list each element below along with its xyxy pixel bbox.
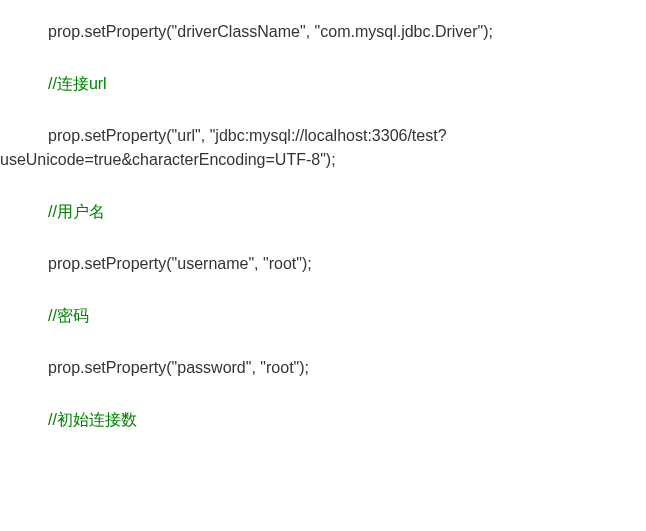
code-text: useUnicode=true&characterEncoding=UTF-8"…	[0, 148, 646, 172]
code-block: prop.setProperty("driverClassName", "com…	[0, 0, 646, 452]
comment-text: //连接url	[48, 75, 107, 92]
code-text: prop.setProperty("url", "jdbc:mysql://lo…	[0, 124, 646, 148]
comment-text: //用户名	[48, 203, 105, 220]
comment-line: //初始连接数	[0, 408, 646, 432]
code-line: prop.setProperty("url", "jdbc:mysql://lo…	[0, 124, 646, 172]
code-text: prop.setProperty("username", "root");	[48, 255, 312, 272]
comment-line: //用户名	[0, 200, 646, 224]
comment-line: //密码	[0, 304, 646, 328]
code-line: prop.setProperty("username", "root");	[0, 252, 646, 276]
comment-text: //初始连接数	[48, 411, 137, 428]
code-text: prop.setProperty("password", "root");	[48, 359, 309, 376]
code-text: prop.setProperty("driverClassName", "com…	[48, 23, 493, 40]
comment-line: //连接url	[0, 72, 646, 96]
code-line: prop.setProperty("password", "root");	[0, 356, 646, 380]
comment-text: //密码	[48, 307, 89, 324]
code-line: prop.setProperty("driverClassName", "com…	[0, 20, 646, 44]
